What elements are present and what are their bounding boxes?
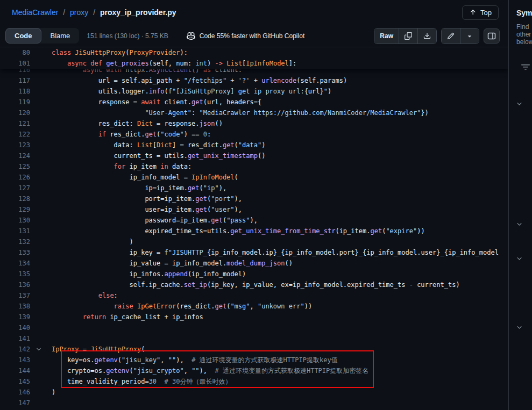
line-number[interactable]: 147 — [0, 398, 30, 408]
code-text: return ip_cache_list + ip_infos — [52, 312, 203, 322]
toolbar-actions: Raw — [374, 28, 500, 44]
symbol-expand-chevron-icon[interactable] — [516, 220, 523, 230]
code-line-122: 122 if res_dict.get("code") == 0: — [0, 129, 508, 140]
fold-chevron-icon[interactable] — [36, 346, 42, 353]
symbol-expand-chevron-icon[interactable] — [516, 255, 523, 264]
line-number[interactable]: 117 — [0, 75, 30, 86]
symbols-panel: Symbols Find other below — [508, 0, 532, 410]
edit-button[interactable] — [442, 28, 460, 44]
line-number[interactable]: 140 — [0, 322, 30, 333]
line-number[interactable]: 101 — [0, 58, 30, 69]
code-line-130: 130 password=ip_item.get("pass"), — [0, 215, 508, 226]
line-number[interactable]: 127 — [0, 183, 30, 193]
line-number[interactable]: 137 — [0, 290, 30, 301]
gutter-fold-slot — [30, 172, 52, 183]
line-number[interactable]: 132 — [0, 236, 30, 247]
code-line-137: 137 else: — [0, 290, 508, 301]
line-number[interactable]: 133 — [0, 247, 30, 258]
line-number[interactable]: 135 — [0, 269, 30, 279]
back-to-top-label: Top — [480, 9, 492, 17]
triangle-down-icon — [466, 32, 473, 40]
line-number[interactable]: 123 — [0, 140, 30, 150]
symbols-panel-toggle-button[interactable] — [484, 28, 500, 44]
line-number[interactable]: 80 — [0, 47, 30, 58]
code-line-124: 124 current_ts = utils.get_unix_timestam… — [0, 150, 508, 161]
gutter-fold-slot — [30, 322, 52, 333]
code-line-145: 145 time_validity_period=30 # 30分钟（最长时效） — [0, 376, 508, 387]
gutter-fold-slot — [30, 387, 52, 398]
main-content: MediaCrawler / proxy / proxy_ip_provider… — [0, 0, 508, 410]
line-number[interactable]: 136 — [0, 279, 30, 290]
symbols-panel-toggle-icon — [487, 32, 496, 40]
gutter-fold-slot — [30, 58, 52, 69]
back-to-top-button[interactable]: Top — [462, 5, 499, 20]
symbols-filter-button[interactable] — [521, 63, 530, 73]
gutter-fold-slot — [30, 107, 52, 118]
line-number[interactable]: 130 — [0, 215, 30, 226]
gutter-fold-slot — [30, 140, 52, 150]
breadcrumb-separator: / — [93, 8, 95, 17]
code-line-147: 147 — [0, 398, 508, 408]
gutter-fold-slot — [30, 215, 52, 226]
line-number[interactable]: 126 — [0, 172, 30, 183]
gutter-fold-slot — [30, 258, 52, 269]
gutter-fold-slot — [30, 204, 52, 215]
line-number[interactable]: 125 — [0, 161, 30, 172]
code-line-140: 140 — [0, 322, 508, 333]
code-line-127: 127 ip=ip_item.get("ip"), — [0, 183, 508, 193]
code-text: port=ip_item.get("port"), — [52, 193, 242, 204]
copy-button[interactable] — [399, 28, 418, 44]
line-number[interactable]: 139 — [0, 312, 30, 322]
edit-group — [441, 28, 479, 44]
tab-code[interactable]: Code — [5, 28, 41, 44]
tab-blame[interactable]: Blame — [41, 28, 80, 44]
symbol-expand-chevron-icon[interactable] — [516, 323, 523, 333]
breadcrumb-file: proxy_ip_provider.py — [100, 8, 176, 17]
code-line-134: 134 ip_value = ip_info_model.model_dump_… — [0, 258, 508, 269]
code-text: url = self.api_path + "/fetchips" + '?' … — [52, 75, 347, 86]
line-number[interactable]: 145 — [0, 376, 30, 387]
code-line-121: 121 res_dict: Dict = response.json() — [0, 118, 508, 129]
breadcrumb-folder[interactable]: proxy — [70, 8, 88, 17]
line-number[interactable]: 122 — [0, 129, 30, 140]
line-number[interactable]: 144 — [0, 365, 30, 376]
gutter-fold-slot — [30, 333, 52, 344]
download-button[interactable] — [418, 28, 436, 44]
symbols-panel-title: Symbols — [509, 0, 532, 17]
line-number[interactable]: 134 — [0, 258, 30, 269]
copilot-icon — [187, 32, 195, 40]
line-number[interactable]: 142 — [0, 344, 30, 355]
line-number[interactable]: 121 — [0, 118, 30, 129]
raw-button[interactable]: Raw — [374, 28, 399, 44]
gutter-fold-slot — [30, 183, 52, 193]
line-number[interactable]: 141 — [0, 333, 30, 344]
symbol-expand-chevron-icon[interactable] — [516, 100, 523, 110]
breadcrumb-repo[interactable]: MediaCrawler — [12, 8, 58, 17]
github-file-view: MediaCrawler / proxy / proxy_ip_provider… — [0, 0, 532, 410]
code-line-141: 141 — [0, 333, 508, 344]
code-text: ip=ip_item.get("ip"), — [52, 183, 226, 193]
code-line-142: 142IpProxy = JiSuHttpProxy( — [0, 344, 508, 355]
gutter-fold-slot — [30, 269, 52, 279]
code-text: else: — [52, 290, 118, 301]
line-number[interactable]: 146 — [0, 387, 30, 398]
edit-dropdown-button[interactable] — [460, 28, 479, 44]
raw-copy-download-group: Raw — [374, 28, 437, 44]
symbols-description-line: below — [516, 38, 532, 46]
breadcrumb: MediaCrawler / proxy / proxy_ip_provider… — [12, 8, 176, 17]
code-line-123: 123 data: List[Dict] = res_dict.get("dat… — [0, 140, 508, 150]
line-number[interactable]: 120 — [0, 107, 30, 118]
line-number[interactable]: 128 — [0, 193, 30, 204]
code-line-120: 120 "User-Agent": "MediaCrawler https://… — [0, 107, 508, 118]
line-number[interactable]: 119 — [0, 97, 30, 107]
line-number[interactable]: 129 — [0, 204, 30, 215]
line-number[interactable]: 138 — [0, 301, 30, 312]
code-text: crypto=os.getenv("jisu_crypto", ""), # 通… — [52, 365, 368, 376]
line-number[interactable]: 124 — [0, 150, 30, 161]
line-number[interactable]: 131 — [0, 226, 30, 236]
code-line-133: 133 ip_key = f"JISUHTTP_{ip_info_model.i… — [0, 247, 508, 258]
line-number[interactable]: 143 — [0, 355, 30, 365]
symbols-panel-description: Find other below — [509, 17, 532, 46]
line-number[interactable]: 118 — [0, 86, 30, 97]
gutter-fold-slot — [30, 47, 52, 58]
